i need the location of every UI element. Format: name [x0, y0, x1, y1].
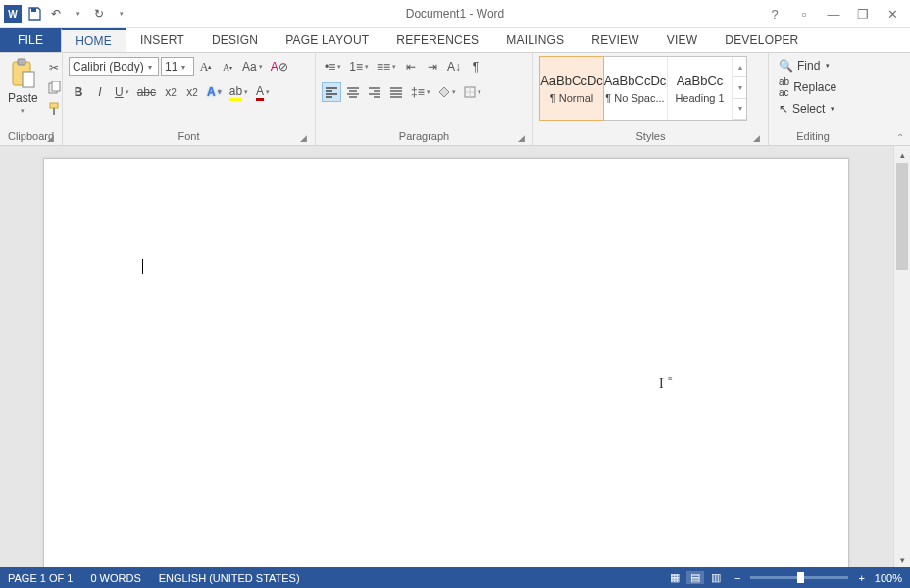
- gallery-scroll-down-icon[interactable]: ▾: [733, 77, 746, 98]
- bold-button[interactable]: B: [69, 82, 88, 102]
- replace-icon: abac: [779, 76, 789, 98]
- clipboard-dialog-launcher[interactable]: ◢: [44, 132, 56, 144]
- ribbon-display-options-icon[interactable]: ▫: [796, 7, 812, 22]
- tab-file[interactable]: FILE: [0, 28, 61, 52]
- zoom-slider[interactable]: [750, 576, 848, 579]
- read-mode-icon[interactable]: ▦: [666, 571, 683, 584]
- align-left-icon[interactable]: [322, 82, 341, 102]
- collapse-ribbon-icon[interactable]: ⌃: [896, 132, 904, 143]
- align-center-icon[interactable]: [343, 82, 363, 102]
- find-button[interactable]: 🔍Find▾: [775, 56, 834, 75]
- tab-developer[interactable]: DEVELOPER: [711, 28, 812, 52]
- redo-icon[interactable]: ↻: [90, 5, 108, 23]
- font-color-icon[interactable]: A: [253, 82, 273, 102]
- select-button[interactable]: ↖Select▾: [775, 99, 838, 119]
- ribbon: Paste ▾ ✂ Clipboard◢ Calibri (Body)▾ 11▾…: [0, 53, 910, 146]
- styles-gallery-scroll[interactable]: ▴ ▾ ▾: [733, 57, 746, 120]
- shrink-font-icon[interactable]: A▾: [218, 57, 237, 76]
- window-controls: ? ▫ — ❐ ✕: [767, 7, 910, 22]
- scroll-thumb[interactable]: [896, 163, 908, 270]
- ribbon-tabs: FILE HOME INSERT DESIGN PAGE LAYOUT REFE…: [0, 28, 910, 53]
- close-icon[interactable]: ✕: [885, 7, 900, 22]
- styles-dialog-launcher[interactable]: ◢: [750, 132, 762, 144]
- text-cursor: [142, 259, 143, 274]
- tab-insert[interactable]: INSERT: [126, 28, 198, 52]
- tab-design[interactable]: DESIGN: [198, 28, 272, 52]
- style-heading-1[interactable]: AaBbCc Heading 1: [668, 57, 733, 120]
- gallery-expand-icon[interactable]: ▾: [733, 99, 746, 120]
- increase-indent-icon[interactable]: ⇥: [423, 57, 442, 76]
- save-icon[interactable]: [25, 5, 43, 23]
- status-page[interactable]: PAGE 1 OF 1: [8, 572, 73, 584]
- paragraph-dialog-launcher[interactable]: ◢: [515, 132, 527, 144]
- help-icon[interactable]: ?: [767, 7, 783, 22]
- title-bar: W ↶ ↻ Document1 - Word ? ▫ — ❐ ✕: [0, 0, 910, 28]
- zoom-in-icon[interactable]: +: [858, 572, 864, 584]
- sort-icon[interactable]: A↓: [444, 57, 464, 76]
- undo-dropdown[interactable]: [69, 5, 86, 23]
- status-word-count[interactable]: 0 WORDS: [90, 572, 140, 584]
- paragraph-group-label: Paragraph: [399, 130, 449, 142]
- group-editing: 🔍Find▾ abacReplace ↖Select▾ Editing: [769, 53, 857, 145]
- gallery-scroll-up-icon[interactable]: ▴: [733, 57, 746, 77]
- document-page[interactable]: [43, 158, 849, 588]
- decrease-indent-icon[interactable]: ⇤: [401, 57, 421, 76]
- svg-rect-7: [53, 108, 55, 115]
- zoom-level[interactable]: 100%: [875, 572, 902, 584]
- font-size-combo[interactable]: 11▾: [161, 57, 194, 76]
- strikethrough-button[interactable]: abc: [134, 82, 159, 102]
- align-right-icon[interactable]: [365, 82, 384, 102]
- document-area: ▴ ▾: [0, 146, 910, 567]
- paste-button[interactable]: Paste ▾: [6, 56, 40, 117]
- vertical-scrollbar[interactable]: ▴ ▾: [893, 146, 910, 567]
- highlight-color-icon[interactable]: ab: [227, 82, 251, 102]
- tab-page-layout[interactable]: PAGE LAYOUT: [272, 28, 382, 52]
- tab-mailings[interactable]: MAILINGS: [492, 28, 578, 52]
- print-layout-icon[interactable]: ▤: [686, 571, 704, 584]
- editing-group-label: Editing: [796, 130, 830, 142]
- text-effects-icon[interactable]: A: [204, 82, 225, 102]
- multilevel-list-icon[interactable]: ≡≡: [374, 57, 399, 76]
- qat-customize-dropdown[interactable]: [112, 5, 129, 23]
- styles-group-label: Styles: [636, 130, 666, 142]
- scroll-up-icon[interactable]: ▴: [894, 146, 910, 163]
- style-no-spacing[interactable]: AaBbCcDc ¶ No Spac...: [603, 57, 668, 120]
- paste-label: Paste: [8, 91, 38, 105]
- grow-font-icon[interactable]: A▴: [196, 57, 216, 76]
- bullets-icon[interactable]: •≡: [322, 57, 344, 76]
- tab-review[interactable]: REVIEW: [578, 28, 653, 52]
- style-normal[interactable]: AaBbCcDc ¶ Normal: [539, 56, 604, 121]
- borders-icon[interactable]: [461, 82, 484, 102]
- superscript-button[interactable]: x2: [182, 82, 202, 102]
- undo-icon[interactable]: ↶: [47, 5, 65, 23]
- subscript-button[interactable]: x2: [161, 82, 180, 102]
- copy-icon[interactable]: [44, 78, 64, 98]
- tab-view[interactable]: VIEW: [653, 28, 711, 52]
- group-font: Calibri (Body)▾ 11▾ A▴ A▾ Aa A⊘ B I U ab…: [63, 53, 316, 145]
- svg-rect-5: [52, 81, 60, 91]
- replace-button[interactable]: abacReplace: [775, 77, 840, 97]
- italic-button[interactable]: I: [90, 82, 110, 102]
- numbering-icon[interactable]: 1≡: [346, 57, 372, 76]
- cut-icon[interactable]: ✂: [44, 58, 64, 77]
- shading-icon[interactable]: [435, 82, 459, 102]
- clear-formatting-icon[interactable]: A⊘: [268, 57, 291, 76]
- tab-references[interactable]: REFERENCES: [382, 28, 492, 52]
- restore-icon[interactable]: ❐: [855, 7, 871, 22]
- justify-icon[interactable]: [386, 82, 406, 102]
- show-paragraph-marks-icon[interactable]: ¶: [466, 57, 485, 76]
- web-layout-icon[interactable]: ▥: [707, 571, 725, 584]
- underline-button[interactable]: U: [112, 82, 132, 102]
- svg-rect-2: [18, 59, 25, 65]
- tab-home[interactable]: HOME: [61, 28, 126, 52]
- word-app-icon[interactable]: W: [4, 5, 22, 23]
- font-dialog-launcher[interactable]: ◢: [297, 132, 309, 144]
- font-name-combo[interactable]: Calibri (Body)▾: [69, 57, 159, 76]
- line-spacing-icon[interactable]: ‡≡: [408, 82, 433, 102]
- change-case-icon[interactable]: Aa: [239, 57, 266, 76]
- minimize-icon[interactable]: —: [826, 7, 841, 22]
- status-language[interactable]: ENGLISH (UNITED STATES): [159, 572, 300, 584]
- zoom-out-icon[interactable]: −: [734, 572, 740, 584]
- scroll-down-icon[interactable]: ▾: [894, 551, 910, 567]
- format-painter-icon[interactable]: [44, 99, 64, 119]
